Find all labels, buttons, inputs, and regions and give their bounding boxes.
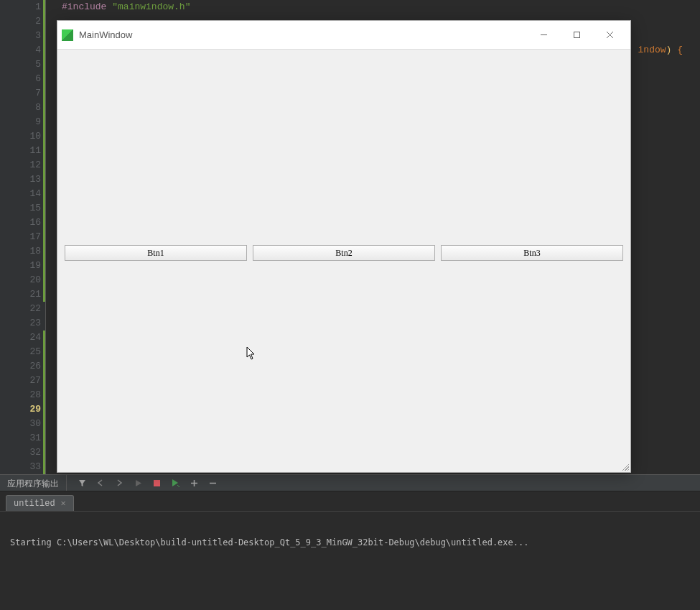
output-toolbar bbox=[67, 478, 218, 488]
output-tabs-row: untitled ✕ bbox=[0, 491, 700, 512]
line-number[interactable]: 31 bbox=[0, 431, 45, 445]
btn3[interactable]: Btn3 bbox=[441, 245, 623, 261]
line-number[interactable]: 10 bbox=[0, 129, 45, 144]
line-number[interactable]: 1 bbox=[0, 0, 45, 14]
line-number-gutter[interactable]: 1234567891011121314151617181920212223242… bbox=[0, 0, 46, 474]
plus-icon[interactable] bbox=[189, 478, 199, 488]
window-titlebar[interactable]: MainWindow bbox=[57, 21, 630, 50]
line-number[interactable]: 27 bbox=[0, 374, 45, 388]
line-number[interactable]: 32 bbox=[0, 445, 45, 460]
line-number[interactable]: 29 bbox=[0, 402, 45, 417]
output-log-line: Starting C:\Users\WL\Desktop\build-untit… bbox=[10, 537, 690, 547]
svg-line-5 bbox=[177, 485, 179, 487]
line-number[interactable]: 6 bbox=[0, 72, 45, 86]
line-number[interactable]: 24 bbox=[0, 331, 45, 345]
output-panel-title[interactable]: 应用程序输出 bbox=[0, 475, 67, 491]
line-number[interactable]: 21 bbox=[0, 287, 45, 302]
line-number[interactable]: 30 bbox=[0, 417, 45, 431]
code-line-1: #include "mainwindow.h" bbox=[62, 0, 700, 14]
window-control-buttons bbox=[527, 24, 626, 46]
btn2[interactable]: Btn2 bbox=[253, 245, 435, 261]
line-number[interactable]: 2 bbox=[0, 14, 45, 29]
stop-icon[interactable] bbox=[151, 478, 162, 488]
line-number[interactable]: 23 bbox=[0, 316, 45, 331]
svg-rect-4 bbox=[154, 480, 160, 486]
next-icon[interactable] bbox=[114, 478, 124, 488]
svg-rect-1 bbox=[574, 32, 579, 38]
line-number[interactable]: 16 bbox=[0, 216, 45, 230]
prev-icon[interactable] bbox=[95, 478, 106, 488]
line-number[interactable]: 19 bbox=[0, 259, 45, 273]
minus-icon[interactable] bbox=[207, 478, 218, 488]
maximize-button[interactable] bbox=[560, 24, 593, 46]
line-number[interactable]: 12 bbox=[0, 158, 45, 172]
minimize-button[interactable] bbox=[527, 24, 560, 46]
line-number[interactable]: 17 bbox=[0, 230, 45, 244]
qt-app-window: MainWindow Btn1 Btn2 Btn3 bbox=[57, 20, 631, 473]
window-title: MainWindow bbox=[79, 29, 527, 40]
line-number[interactable]: 28 bbox=[0, 388, 45, 402]
line-number[interactable]: 9 bbox=[0, 115, 45, 129]
line-number[interactable]: 33 bbox=[0, 460, 45, 474]
resize-grip-icon[interactable] bbox=[620, 462, 629, 471]
tab-close-icon[interactable]: ✕ bbox=[61, 498, 66, 509]
line-number[interactable]: 26 bbox=[0, 359, 45, 374]
close-button[interactable] bbox=[593, 24, 626, 46]
qt-app-icon bbox=[62, 29, 73, 41]
button-row: Btn1 Btn2 Btn3 bbox=[65, 245, 623, 261]
line-number[interactable]: 18 bbox=[0, 244, 45, 259]
output-tab-untitled[interactable]: untitled ✕ bbox=[6, 495, 74, 511]
run-disabled-icon[interactable] bbox=[133, 478, 143, 488]
line-number[interactable]: 8 bbox=[0, 101, 45, 115]
line-number[interactable]: 7 bbox=[0, 86, 45, 101]
line-number[interactable]: 4 bbox=[0, 43, 45, 57]
line-number[interactable]: 5 bbox=[0, 57, 45, 72]
window-client-area: Btn1 Btn2 Btn3 bbox=[57, 50, 630, 472]
output-panel-header: 应用程序输出 bbox=[0, 474, 700, 491]
line-number[interactable]: 13 bbox=[0, 172, 45, 187]
line-number[interactable]: 22 bbox=[0, 302, 45, 316]
line-number[interactable]: 11 bbox=[0, 144, 45, 158]
filter-icon[interactable] bbox=[77, 478, 87, 488]
line-number[interactable]: 14 bbox=[0, 187, 45, 201]
line-number[interactable]: 20 bbox=[0, 273, 45, 287]
output-tab-label: untitled bbox=[14, 499, 55, 509]
output-log[interactable]: Starting C:\Users\WL\Desktop\build-untit… bbox=[0, 512, 700, 610]
btn1[interactable]: Btn1 bbox=[65, 245, 247, 261]
line-number[interactable]: 3 bbox=[0, 29, 45, 43]
line-number[interactable]: 15 bbox=[0, 201, 45, 216]
line-number[interactable]: 25 bbox=[0, 345, 45, 359]
rerun-icon[interactable] bbox=[170, 478, 180, 488]
